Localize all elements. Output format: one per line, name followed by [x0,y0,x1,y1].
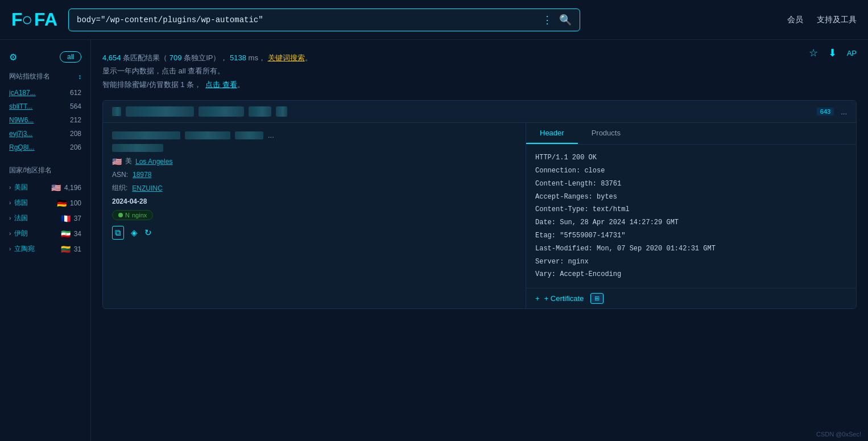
fingerprint-item[interactable]: evj7j3... 208 [9,127,81,141]
header: F ○ F A ⋮ 🔍 会员 支持及工具 [0,0,868,40]
fingerprint-label: N9W6... [9,116,34,124]
fingerprint-count: 564 [70,102,81,110]
org-value[interactable]: ENZUINC [132,184,162,192]
tabs-row: Header Products [526,123,856,145]
more-icon[interactable]: ⋮ [542,14,552,26]
certificate-row[interactable]: + + Certificate ⊞ [526,288,856,308]
fingerprint-count: 212 [70,116,81,124]
fingerprint-item[interactable]: sbliTT... 564 [9,100,81,113]
country-row: 🇺🇸 美 Los Angeles [112,156,516,166]
country-item[interactable]: › 伊朗 🇮🇷 34 [9,226,81,241]
nginx-name: nginx [132,212,147,219]
ip-blurred [112,144,163,152]
country-flag-icon: 🇫🇷 [61,214,71,223]
api-button[interactable]: AP [847,49,857,57]
country-label: 法国 [14,213,57,223]
country-count: 37 [74,215,81,222]
url-blurred-3 [235,131,263,139]
summary-line2: 显示一年内数据，点击 all 查看所有。 [102,64,857,77]
asn-value[interactable]: 18978 [133,171,151,179]
keyword-search-link[interactable]: 关键词搜索 [268,53,305,62]
fingerprint-item[interactable]: N9W6... 212 [9,113,81,127]
card-url-blurred-3 [249,106,271,117]
fingerprint-list: jcA187... 612 sbliTT... 564 N9W6... 212 … [9,86,81,154]
chevron-icon: › [9,246,11,252]
sort-icon[interactable]: ↕ [78,73,81,81]
fingerprint-item[interactable]: RgQ8I... 206 [9,141,81,154]
all-badge[interactable]: all [60,51,81,63]
country-label: 美国 [14,183,48,192]
chevron-icon: › [9,184,11,191]
ellipsis: ... [841,108,847,116]
search-icons: ⋮ 🔍 [542,14,572,26]
search-icon[interactable]: 🔍 [559,14,572,26]
header-line: Etag: "5f559007-14731" [535,229,847,242]
card-header: 643 ... [103,101,856,123]
country-flag-icon: 🇱🇹 [61,245,71,254]
country-item[interactable]: › 美国 🇺🇸 4,196 [9,180,81,195]
chevron-icon: › [9,200,11,206]
card-url-blurred-4 [276,106,287,117]
star-icon[interactable]: ☆ [809,47,818,59]
logo: F ○ F A [11,6,57,33]
card-body: ... 🇺🇸 美 Los Angeles ASN: [103,123,856,308]
member-nav[interactable]: 会员 [787,15,803,25]
svg-text:F: F [34,9,46,30]
country-item[interactable]: › 立陶宛 🇱🇹 31 [9,241,81,257]
country-section-title: 国家/地区排名 [9,166,81,175]
header-line: Content-Type: text/html [535,203,847,216]
card-right: Header Products HTTP/1.1 200 OKConnectio… [526,123,856,308]
search-bar: ⋮ 🔍 [68,9,580,31]
header-line: Last-Modified: Mon, 07 Sep 2020 01:42:31… [535,242,847,255]
content: 4,654 条匹配结果（ 709 条独立IP）， 5138 ms， 关键词搜索。… [91,40,868,441]
card-url-blurred-1 [126,106,194,117]
search-input[interactable] [77,15,536,24]
header-line: Vary: Accept-Encoding [535,268,847,281]
nginx-badge[interactable]: N nginx [112,210,153,220]
org-label: 组织: [112,183,127,193]
certificate-icon[interactable]: ⊞ [590,293,604,304]
country-count: 34 [74,230,81,238]
country-item[interactable]: › 法国 🇫🇷 37 [9,211,81,226]
fingerprint-count: 612 [70,89,81,97]
download-icon[interactable]: ⬇ [828,47,837,59]
tools-nav[interactable]: 支持及工具 [817,15,857,25]
country-count: 100 [70,199,81,207]
tab-header[interactable]: Header [526,123,578,144]
result-badge: 643 [817,108,834,116]
country-item[interactable]: › 德国 🇩🇪 100 [9,195,81,211]
city-name[interactable]: Los Angeles [135,158,172,166]
top-actions: ☆ ⬇ AP [809,47,857,59]
main: ⚙ all 网站指纹排名 ↕ jcA187... 612 sbliTT... 5… [0,40,868,441]
refresh-icon[interactable]: ↻ [144,228,152,238]
cube-icon[interactable]: ◈ [131,228,138,238]
honeypot-click-link[interactable]: 点击 查看 [205,80,237,89]
country-label: 德国 [14,198,53,208]
time-ms: 5138 [230,53,246,62]
header-line: Content-Length: 83761 [535,178,847,191]
certificate-label: + Certificate [544,294,584,303]
country-label: 伊朗 [14,229,57,238]
org-row: 组织: ENZUINC [112,183,516,193]
tab-products[interactable]: Products [578,123,634,144]
time-label: ms， [249,53,266,62]
header-right: 会员 支持及工具 [787,15,857,25]
country-count: 4,196 [64,184,81,192]
ip-row [112,144,516,152]
fingerprint-count: 206 [70,143,81,151]
copy-icon[interactable]: ⧉ [112,226,124,240]
svg-text:A: A [44,9,57,30]
fingerprint-item[interactable]: jcA187... 612 [9,86,81,100]
date-value: 2024-04-28 [112,197,147,205]
fingerprint-section-title: 网站指纹排名 ↕ [9,72,81,81]
country-flag-icon: 🇺🇸 [51,183,61,192]
header-line: Date: Sun, 28 Apr 2024 14:27:29 GMT [535,216,847,229]
card-left: ... 🇺🇸 美 Los Angeles ASN: [103,123,526,308]
fingerprint-label: evj7j3... [9,130,32,138]
filter-icon[interactable]: ⚙ [9,52,17,63]
url-blurred-1 [112,131,180,139]
result-summary: 4,654 条匹配结果（ 709 条独立IP）， 5138 ms， 关键词搜索。… [102,51,857,91]
nginx-dot [118,213,123,217]
url-row: ... [112,131,516,139]
ip-count: 709 [170,53,182,62]
